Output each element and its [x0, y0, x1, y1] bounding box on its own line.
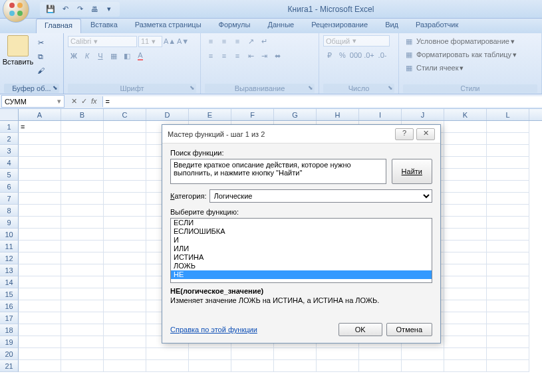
border-icon[interactable]: ▦	[108, 50, 120, 62]
row-header[interactable]: 15	[0, 288, 19, 300]
row-header[interactable]: 21	[0, 360, 19, 372]
cell[interactable]	[146, 348, 189, 360]
cell[interactable]	[104, 169, 146, 181]
row-header[interactable]: 6	[0, 181, 19, 193]
cell[interactable]	[104, 229, 146, 241]
align-bottom-icon[interactable]: ≡	[231, 35, 243, 47]
cell[interactable]	[61, 205, 104, 217]
cell[interactable]	[444, 348, 487, 360]
font-size-select[interactable]: 11▾	[138, 36, 162, 47]
cell[interactable]	[487, 205, 529, 217]
cell[interactable]	[444, 264, 487, 276]
cell[interactable]	[61, 121, 104, 133]
row-header[interactable]: 3	[0, 145, 19, 157]
column-header[interactable]: F	[231, 109, 274, 120]
cell[interactable]	[359, 360, 402, 372]
column-header[interactable]: I	[359, 109, 402, 120]
cell[interactable]	[487, 348, 529, 360]
conditional-format-button[interactable]: Условное форматирование	[416, 37, 509, 45]
find-button[interactable]: Найти	[392, 159, 432, 184]
cell[interactable]	[19, 157, 61, 169]
tab-developer[interactable]: Разработчик	[408, 19, 466, 33]
cell[interactable]	[104, 181, 146, 193]
cell[interactable]	[19, 229, 61, 241]
increase-decimal-icon[interactable]: .0+	[363, 49, 375, 61]
cell[interactable]	[444, 360, 487, 372]
dialog-launcher-icon[interactable]: ⬊	[308, 84, 313, 91]
ok-button[interactable]: OK	[339, 323, 382, 336]
function-list[interactable]: ЕСЛИЕСЛИОШИБКАИИЛИИСТИНАЛОЖЬНЕ	[170, 218, 432, 283]
cell[interactable]	[444, 205, 487, 217]
cell[interactable]	[359, 348, 402, 360]
cell[interactable]	[146, 360, 189, 372]
dialog-launcher-icon[interactable]: ⬊	[190, 84, 195, 91]
align-left-icon[interactable]: ≡	[205, 50, 217, 62]
decrease-indent-icon[interactable]: ⇤	[245, 50, 257, 62]
row-header[interactable]: 16	[0, 300, 19, 312]
cell[interactable]	[61, 300, 104, 312]
search-input[interactable]: Введите краткое описание действия, котор…	[170, 159, 386, 184]
underline-icon[interactable]: Ч	[94, 50, 106, 62]
close-icon[interactable]: ✕	[416, 128, 435, 140]
row-header[interactable]: 10	[0, 229, 19, 241]
cell[interactable]	[19, 145, 61, 157]
function-list-item[interactable]: ЛОЖЬ	[171, 262, 432, 270]
paste-button[interactable]: Вставить	[4, 35, 32, 66]
cell[interactable]	[104, 288, 146, 300]
cell[interactable]	[444, 336, 487, 348]
wrap-text-icon[interactable]: ↵	[258, 35, 270, 47]
column-header[interactable]: L	[487, 109, 529, 120]
function-list-item[interactable]: НЕ	[171, 270, 432, 279]
cell[interactable]: =	[19, 121, 61, 133]
cell[interactable]	[104, 300, 146, 312]
cell[interactable]	[19, 169, 61, 181]
row-header[interactable]: 2	[0, 133, 19, 145]
cell[interactable]	[19, 193, 61, 205]
cell[interactable]	[61, 264, 104, 276]
cell[interactable]	[487, 229, 529, 241]
currency-icon[interactable]: ₽	[323, 49, 335, 61]
cell[interactable]	[189, 348, 231, 360]
cell[interactable]	[189, 360, 231, 372]
cell[interactable]	[444, 169, 487, 181]
cell[interactable]	[19, 324, 61, 336]
cell[interactable]	[487, 121, 529, 133]
select-all-corner[interactable]	[0, 109, 19, 120]
cell[interactable]	[104, 133, 146, 145]
cell[interactable]	[487, 360, 529, 372]
function-list-item[interactable]: ЕСЛИ	[171, 219, 432, 227]
cell[interactable]	[487, 276, 529, 288]
function-list-item[interactable]: ИСТИНА	[171, 253, 432, 262]
format-table-button[interactable]: Форматировать как таблицу	[416, 50, 511, 58]
cancel-formula-icon[interactable]: ✕	[71, 97, 77, 106]
print-icon[interactable]: 🖶	[89, 4, 100, 15]
cell[interactable]	[487, 312, 529, 324]
cell[interactable]	[61, 157, 104, 169]
row-header[interactable]: 4	[0, 157, 19, 169]
cell[interactable]	[61, 252, 104, 264]
column-header[interactable]: A	[19, 109, 61, 120]
help-link[interactable]: Справка по этой функции	[170, 326, 257, 334]
qat-more-icon[interactable]: ▾	[104, 4, 114, 15]
tab-view[interactable]: Вид	[377, 19, 406, 33]
column-header[interactable]: G	[274, 109, 317, 120]
align-middle-icon[interactable]: ≡	[218, 35, 230, 47]
cell[interactable]	[19, 133, 61, 145]
function-list-item[interactable]: ЕСЛИОШИБКА	[171, 227, 432, 236]
cell[interactable]	[61, 229, 104, 241]
orientation-icon[interactable]: ↗	[245, 35, 257, 47]
row-header[interactable]: 1	[0, 121, 19, 133]
cell[interactable]	[444, 145, 487, 157]
fx-icon[interactable]: fx	[91, 97, 97, 106]
percent-icon[interactable]: %	[337, 49, 348, 61]
font-color-icon[interactable]: A	[134, 50, 146, 62]
column-header[interactable]: C	[104, 109, 146, 120]
cell[interactable]	[317, 348, 359, 360]
cell[interactable]	[19, 300, 61, 312]
column-header[interactable]: E	[189, 109, 231, 120]
increase-indent-icon[interactable]: ⇥	[258, 50, 270, 62]
column-header[interactable]: J	[402, 109, 444, 120]
category-select[interactable]: Логические	[209, 189, 433, 203]
enter-formula-icon[interactable]: ✓	[81, 97, 87, 106]
cell[interactable]	[487, 336, 529, 348]
